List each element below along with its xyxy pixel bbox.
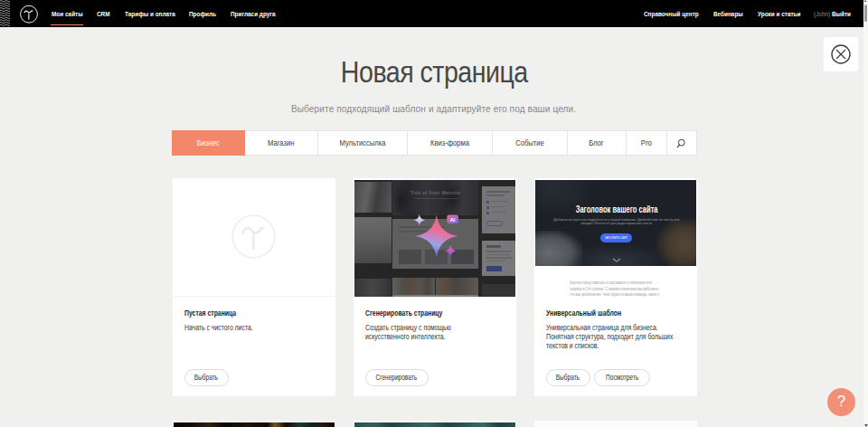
svg-text:AI: AI [449,217,455,223]
